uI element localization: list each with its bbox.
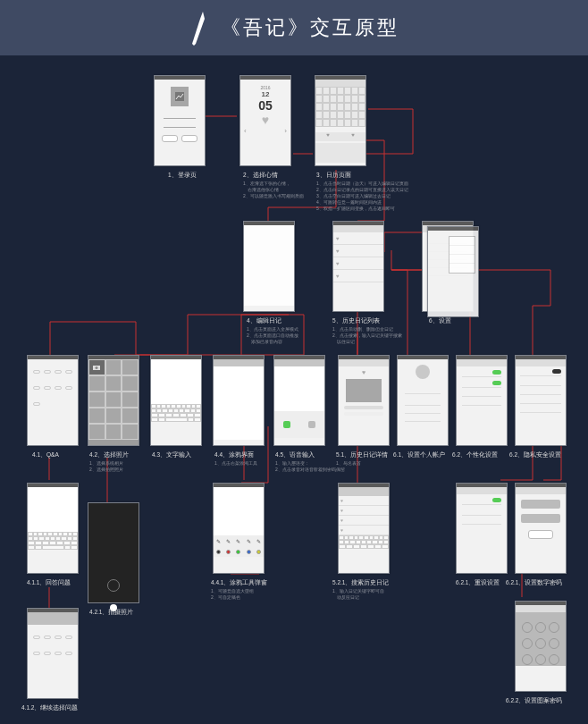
screen-privacy <box>515 355 567 446</box>
screen-answer <box>27 483 79 574</box>
cap-41: 4.1、Q&A <box>32 451 59 459</box>
cap-43: 4.3、文字输入 <box>152 451 191 459</box>
screen-textinput <box>150 355 202 446</box>
cap-441: 4.4.1、涂鸦工具弹窗 <box>211 579 267 587</box>
screen-settings-menu <box>427 226 479 317</box>
heart-icon: ♥ <box>240 113 290 127</box>
cap-44: 4.4、涂鸦界面 <box>214 451 254 459</box>
cap-42: 4.2、选择照片 <box>89 451 129 459</box>
record-icon <box>283 421 290 428</box>
flow-board: 1、登录页 2016 12 05 ♥ ‹› 2、选择心情 1、左滑选下张的心情，… <box>0 55 588 724</box>
cap-3: 3、日历页面 <box>316 172 351 180</box>
screen-history-detail: ♥ <box>338 355 390 446</box>
cap-62a: 6.2、个性化设置 <box>452 451 498 459</box>
cap-62b: 6.2、隐私安全设置 <box>509 451 561 459</box>
screen-edit <box>243 221 295 312</box>
cap-1: 1、登录页 <box>168 172 197 180</box>
screen-photo <box>88 355 139 446</box>
screen-calendar: ♥♥ <box>315 75 366 166</box>
svg-point-2 <box>96 366 98 369</box>
page-title: 《吾记》交互原型 <box>221 14 399 41</box>
cap-4: 4、编辑日记 <box>247 317 281 325</box>
cap-412: 4.1.2、继续选择问题 <box>21 704 78 712</box>
camera-icon <box>92 364 101 371</box>
cap-621: 6.2.1、重设设置 <box>456 579 500 587</box>
cap-411: 4.1.1、回答问题 <box>27 579 71 587</box>
screen-search: ♥ ♥ ♥ ♥ <box>338 483 390 574</box>
screen-redesign <box>456 483 508 574</box>
image-icon <box>175 92 184 101</box>
screen-doodle-tool: ✎✎✎✎✎ <box>213 483 265 574</box>
cap-421: 4.2.1、拍摄照片 <box>89 609 133 617</box>
header: 《吾记》交互原型 <box>0 0 588 55</box>
screen-account <box>397 355 449 446</box>
cap-622: 6.2.2、设置图案密码 <box>506 697 562 705</box>
cap-45: 4.5、语音输入 <box>275 451 315 459</box>
cap-621b: 6.2.1、设置数字密码 <box>506 579 562 587</box>
cap-2: 2、选择心情 <box>243 172 278 180</box>
screen-mood: 2016 12 05 ♥ ‹› <box>239 75 291 166</box>
screen-voice <box>273 355 325 446</box>
pen-icon <box>189 10 210 46</box>
screen-history: ♥ ♥ ♥ ♥ <box>332 221 384 312</box>
screen-continue-qa <box>27 608 79 699</box>
cap-5: 5、历史日记列表 <box>332 317 380 325</box>
cap-521: 5.2.1、搜索历史日记 <box>332 579 389 587</box>
cap-51: 5.1、历史日记详情 <box>336 451 388 459</box>
screen-login <box>154 75 206 166</box>
screen-personalize <box>456 355 508 446</box>
screen-doodle <box>213 355 265 446</box>
screen-qa <box>27 355 79 446</box>
cap-61: 6.1、设置个人帐户 <box>393 451 445 459</box>
cap-6: 6、设置 <box>429 317 451 325</box>
screen-num-pwd <box>515 483 567 574</box>
screen-pattern-pwd <box>515 601 567 692</box>
screen-camera <box>88 502 139 603</box>
